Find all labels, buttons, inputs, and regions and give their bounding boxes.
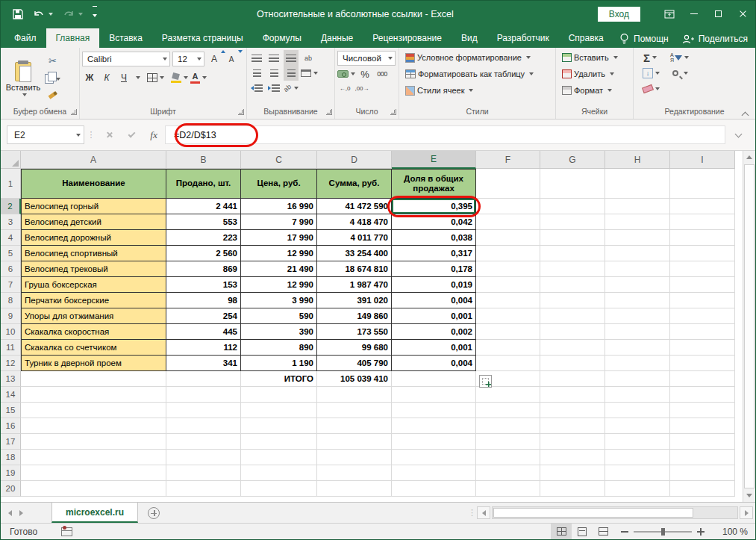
- cell-G19[interactable]: [540, 465, 605, 481]
- cell-C4[interactable]: 17 990: [241, 230, 317, 246]
- cell-E2[interactable]: 0,395: [392, 199, 476, 214]
- cell-H19[interactable]: [605, 465, 670, 481]
- cell-H3[interactable]: [605, 214, 670, 230]
- borders-button[interactable]: [147, 70, 164, 86]
- cell-A8[interactable]: Перчатки боксерские: [21, 293, 166, 308]
- insert-cells-button[interactable]: Вставить: [562, 51, 631, 64]
- cell-H5[interactable]: [605, 246, 670, 261]
- accounting-format-button[interactable]: [337, 66, 355, 82]
- cell-D14[interactable]: [317, 387, 392, 403]
- cell-C20[interactable]: [241, 481, 317, 497]
- cell-E19[interactable]: [392, 465, 476, 481]
- cell-A9[interactable]: Упоры для отжимания: [21, 308, 166, 324]
- cell-I19[interactable]: [670, 465, 735, 481]
- cell-G14[interactable]: [540, 387, 605, 403]
- cell-I4[interactable]: [670, 230, 735, 246]
- row-header-13[interactable]: 13: [1, 371, 21, 387]
- new-sheet-button[interactable]: [138, 503, 169, 523]
- cell-A2[interactable]: Велосипед горный: [21, 199, 166, 214]
- cell-H1[interactable]: [605, 169, 670, 199]
- cell-F18[interactable]: [476, 450, 540, 465]
- underline-button[interactable]: Ч: [116, 70, 131, 86]
- cell-E6[interactable]: 0,178: [392, 261, 476, 277]
- sign-in-button[interactable]: Вход: [598, 7, 640, 22]
- cell-G15[interactable]: [540, 403, 605, 418]
- number-dialog-launcher-icon[interactable]: [390, 109, 396, 115]
- align-bottom-button[interactable]: [284, 50, 299, 66]
- cell-E17[interactable]: [392, 434, 476, 450]
- cell-H9[interactable]: [605, 308, 670, 324]
- horizontal-scroll-thumb[interactable]: [493, 508, 693, 518]
- cell-C2[interactable]: 16 990: [241, 199, 317, 214]
- cell-E4[interactable]: 0,038: [392, 230, 476, 246]
- scroll-down-icon[interactable]: [743, 489, 755, 502]
- cell-I2[interactable]: [670, 199, 735, 214]
- cell-A13[interactable]: [21, 371, 166, 387]
- cell-C13[interactable]: ИТОГО: [241, 371, 317, 387]
- column-header-B[interactable]: B: [166, 151, 241, 169]
- cell-C19[interactable]: [241, 465, 317, 481]
- cell-I20[interactable]: [670, 481, 735, 497]
- decrease-decimal-button[interactable]: ,00→: [354, 81, 369, 96]
- cell-A3[interactable]: Велосипед детский: [21, 214, 166, 230]
- cell-B6[interactable]: 869: [166, 261, 241, 277]
- cell-I8[interactable]: [670, 293, 735, 308]
- cell-B14[interactable]: [166, 387, 241, 403]
- assistant-label[interactable]: Помощн: [634, 34, 669, 44]
- align-middle-button[interactable]: [266, 50, 281, 66]
- cell-I18[interactable]: [670, 450, 735, 465]
- row-header-7[interactable]: 7: [1, 277, 21, 293]
- cell-F2[interactable]: [476, 199, 540, 214]
- cell-A6[interactable]: Велосипед трековый: [21, 261, 166, 277]
- cell-A10[interactable]: Скакалка скоростная: [21, 324, 166, 340]
- row-header-20[interactable]: 20: [1, 481, 21, 497]
- column-header-F[interactable]: F: [476, 151, 540, 169]
- cell-F3[interactable]: [476, 214, 540, 230]
- tab-insert[interactable]: Вставка: [99, 28, 152, 48]
- cell-B13[interactable]: [166, 371, 241, 387]
- cell-C18[interactable]: [241, 450, 317, 465]
- cell-D20[interactable]: [317, 481, 392, 497]
- cell-D4[interactable]: 4 011 770: [317, 230, 392, 246]
- cell-H8[interactable]: [605, 293, 670, 308]
- cell-G1[interactable]: [540, 169, 605, 199]
- cell-E11[interactable]: 0,001: [392, 340, 476, 356]
- cell-E15[interactable]: [392, 403, 476, 418]
- cell-F9[interactable]: [476, 308, 540, 324]
- cell-D9[interactable]: 149 860: [317, 308, 392, 324]
- cell-F15[interactable]: [476, 403, 540, 418]
- page-break-view-button[interactable]: [593, 524, 613, 540]
- paste-button[interactable]: Вставить: [3, 51, 43, 106]
- cell-I17[interactable]: [670, 434, 735, 450]
- cell-E13[interactable]: [392, 371, 476, 387]
- cell-A7[interactable]: Груша боксерская: [21, 277, 166, 293]
- align-right-button[interactable]: [284, 65, 299, 81]
- cell-I3[interactable]: [670, 214, 735, 230]
- cell-H2[interactable]: [605, 199, 670, 214]
- cell-A20[interactable]: [21, 481, 166, 497]
- cell-D8[interactable]: 391 020: [317, 293, 392, 308]
- next-sheet-icon[interactable]: [12, 503, 31, 523]
- cell-G8[interactable]: [540, 293, 605, 308]
- formula-bar-splitter[interactable]: ⋮: [84, 130, 98, 140]
- cell-A15[interactable]: [21, 403, 166, 418]
- cell-D1[interactable]: Сумма, руб.: [317, 169, 392, 199]
- align-center-button[interactable]: [266, 65, 281, 81]
- cell-A19[interactable]: [21, 465, 166, 481]
- cell-C16[interactable]: [241, 418, 317, 434]
- percent-style-button[interactable]: %: [357, 66, 372, 82]
- cell-H18[interactable]: [605, 450, 670, 465]
- cell-F11[interactable]: [476, 340, 540, 356]
- cell-A16[interactable]: [21, 418, 166, 434]
- font-color-button[interactable]: А: [190, 70, 207, 86]
- cell-C17[interactable]: [241, 434, 317, 450]
- cell-A1[interactable]: Наименование: [21, 169, 166, 199]
- row-header-19[interactable]: 19: [1, 465, 21, 481]
- cell-D5[interactable]: 33 254 400: [317, 246, 392, 261]
- cell-A5[interactable]: Велосипед спортивный: [21, 246, 166, 261]
- copy-button[interactable]: [45, 71, 60, 87]
- sort-filter-button[interactable]: АЯ: [670, 50, 689, 66]
- cell-G10[interactable]: [540, 324, 605, 340]
- cell-E9[interactable]: 0,001: [392, 308, 476, 324]
- cell-B2[interactable]: 2 441: [166, 199, 241, 214]
